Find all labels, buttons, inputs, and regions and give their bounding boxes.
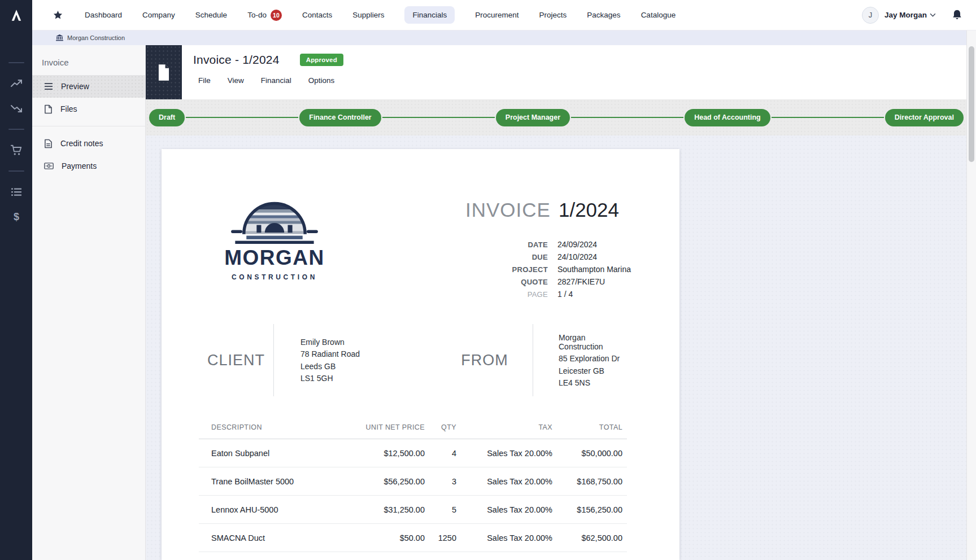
nav-packages[interactable]: Packages (587, 6, 620, 24)
cell-tax: Sales Tax 20.00% (456, 477, 552, 486)
credit-note-icon (44, 139, 53, 148)
todo-count-badge: 10 (271, 10, 282, 21)
meta-row-project: PROJECT Southampton Marina (424, 263, 638, 275)
sidebar-section-title: Invoice (32, 45, 145, 75)
breadcrumb[interactable]: Morgan Construction (56, 34, 125, 41)
invoice-heading-label: INVOICE (465, 199, 551, 221)
workflow-step-finance-controller[interactable]: Finance Controller (299, 109, 381, 126)
sidebar-item-label: Files (60, 104, 77, 113)
menu-options[interactable]: Options (308, 76, 335, 85)
brand-name: MORGAN (223, 246, 326, 270)
client-label: CLIENT (199, 324, 273, 396)
company-bank-icon (56, 34, 63, 41)
cell-description: SMACNA Duct (199, 533, 340, 542)
nav-company[interactable]: Company (142, 6, 175, 24)
dome-logo-icon (229, 185, 320, 244)
sidebar-item-preview[interactable]: Preview (32, 75, 145, 98)
sidebar-item-files[interactable]: Files (32, 98, 145, 120)
menu-financial[interactable]: Financial (261, 76, 291, 85)
cell-unit-net-price: $12,500.00 (340, 449, 425, 458)
payments-cash-icon (44, 162, 54, 170)
cell-description: Lennox AHU-5000 (199, 505, 340, 514)
nav-financials[interactable]: Financials (404, 6, 455, 24)
meta-row-date: DATE 24/09/2024 (424, 238, 638, 251)
rail-divider (8, 129, 24, 130)
meta-label: DUE (424, 253, 548, 261)
invoice-meta: DATE 24/09/2024 DUE 24/10/2024 PROJECT S… (424, 238, 638, 300)
notifications-button[interactable] (952, 9, 962, 21)
scrollbar-thumb[interactable] (969, 46, 974, 162)
workflow-step-head-of-accounting[interactable]: Head of Accounting (685, 109, 770, 126)
preview-lines-icon (44, 82, 53, 90)
sidebar-item-payments[interactable]: Payments (32, 155, 145, 177)
cell-qty: 4 (425, 449, 456, 458)
app-logo[interactable] (0, 0, 32, 30)
menu-file[interactable]: File (198, 76, 211, 85)
trending-up-icon[interactable] (10, 77, 23, 90)
workflow-step-draft[interactable]: Draft (149, 109, 185, 126)
table-row: SMACNA Duct $50.00 1250 Sales Tax 20.00%… (199, 524, 627, 552)
nav-procurement[interactable]: Procurement (475, 6, 518, 24)
menu-view[interactable]: View (228, 76, 244, 85)
nav-contacts[interactable]: Contacts (302, 6, 332, 24)
document-menu-bar: File View Financial Options (193, 76, 976, 85)
invoice-type-tile (146, 45, 182, 99)
line-items-table: DESCRIPTION UNIT NET PRICE QTY TAX TOTAL… (199, 423, 627, 552)
workflow-step-director-approval[interactable]: Director Approval (885, 109, 964, 126)
invoice-document: MORGAN CONSTRUCTION INVOICE 1/2024 DATE … (162, 149, 679, 560)
top-nav: Dashboard Company Schedule To-do 10 Cont… (0, 0, 976, 30)
workflow-step-project-manager[interactable]: Project Manager (496, 109, 570, 126)
col-description-header: DESCRIPTION (199, 423, 340, 431)
from-label: FROM (420, 324, 533, 396)
nav-todo[interactable]: To-do 10 (247, 5, 282, 25)
chevron-down-icon (930, 13, 936, 17)
meta-value: 2827/FKIE7U (557, 277, 638, 286)
cart-icon[interactable] (10, 144, 23, 156)
avatar[interactable]: J (862, 7, 879, 24)
from-name: Morgan Construction (559, 333, 623, 351)
list-icon[interactable] (10, 186, 23, 198)
nav-schedule[interactable]: Schedule (195, 6, 227, 24)
user-menu[interactable]: Jay Morgan (884, 11, 936, 19)
invoice-heading: INVOICE 1/2024 (465, 199, 619, 221)
nav-projects[interactable]: Projects (539, 6, 567, 24)
cell-qty: 3 (425, 477, 456, 486)
client-name: Emily Brown (300, 338, 420, 347)
from-street: 85 Exploration Dr (559, 354, 623, 363)
invoice-number: 1/2024 (559, 199, 619, 221)
meta-label: QUOTE (424, 278, 548, 286)
favorite-star-button[interactable] (53, 10, 63, 20)
page-title: Invoice - 1/2024 (193, 53, 280, 67)
breadcrumb-company-label: Morgan Construction (67, 34, 125, 41)
dollar-icon[interactable]: $ (11, 211, 22, 223)
cell-qty: 5 (425, 505, 456, 514)
cell-unit-net-price: $50.00 (340, 533, 425, 542)
col-total-header: TOTAL (552, 423, 622, 431)
cell-tax: Sales Tax 20.00% (456, 533, 552, 542)
cell-tax: Sales Tax 20.00% (456, 505, 552, 514)
nav-right-cluster: J Jay Morgan (862, 7, 976, 24)
meta-row-page: PAGE 1 / 4 (424, 288, 638, 300)
client-postcode: LS1 5GH (300, 374, 420, 383)
nav-catalogue[interactable]: Catalogue (641, 6, 676, 24)
nav-dashboard[interactable]: Dashboard (85, 6, 122, 24)
sidebar-item-label: Payments (62, 161, 97, 170)
cell-total: $62,500.00 (552, 533, 622, 542)
from-city: Leicester GB (559, 366, 623, 375)
cell-unit-net-price: $56,250.00 (340, 477, 425, 486)
star-icon (53, 10, 63, 20)
file-icon (44, 104, 53, 114)
cell-description: Eaton Subpanel (199, 449, 340, 458)
sidebar-item-credit-notes[interactable]: Credit notes (32, 132, 145, 155)
table-row: Trane BoilMaster 5000 $56,250.00 3 Sales… (199, 467, 627, 496)
preview-canvas: MORGAN CONSTRUCTION INVOICE 1/2024 DATE … (146, 135, 976, 560)
bell-icon (952, 9, 962, 21)
invoice-sidebar: Invoice Preview Files Credit notes Payme… (32, 45, 146, 560)
nav-suppliers[interactable]: Suppliers (352, 6, 384, 24)
meta-value: Southampton Marina (557, 265, 638, 274)
logo-a-icon (8, 7, 25, 24)
col-qty-header: QTY (425, 423, 456, 431)
cell-total: $168,750.00 (552, 477, 622, 486)
trending-down-icon[interactable] (10, 102, 23, 115)
meta-value: 24/09/2024 (557, 240, 638, 249)
